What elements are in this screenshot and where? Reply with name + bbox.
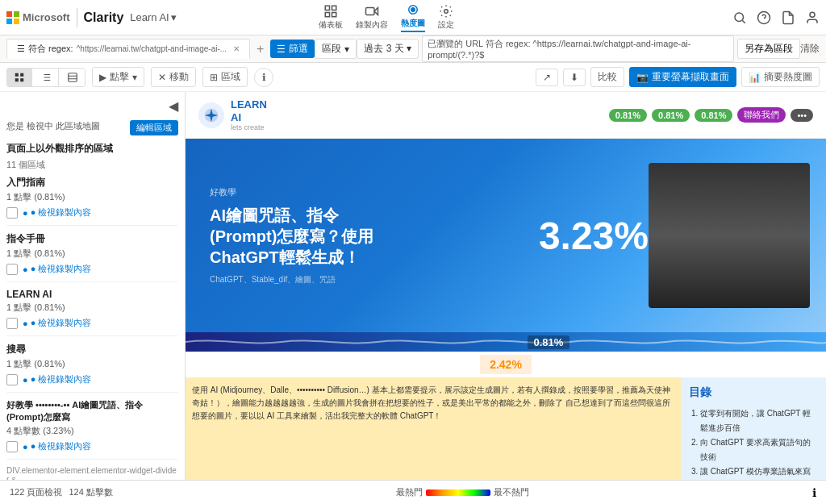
region-clicks-0: 1 點擊 (0.81%) — [6, 191, 178, 203]
tab-label: 符合 regex: — [28, 43, 73, 55]
logo-circle — [198, 102, 224, 128]
hero-section: 好教學 AI繪圖咒語、指令(Prompt)怎麼寫？使用ChatGPT輕鬆生成！ … — [186, 139, 826, 332]
video-icon-4: ● — [23, 442, 28, 452]
svg-rect-24 — [69, 73, 77, 81]
region-checkbox-2[interactable] — [6, 318, 18, 329]
wave-svg — [186, 334, 826, 350]
dashboard-icon — [323, 4, 338, 19]
contact-btn[interactable]: 聯絡我們 — [737, 107, 786, 123]
nav-recording[interactable]: 錄製內容 — [356, 4, 388, 31]
edit-region-btn[interactable]: 編輯區域 — [130, 120, 178, 135]
region-clicks-3: 1 點擊 (0.81%) — [6, 358, 178, 370]
filter-icon: ☰ — [277, 44, 286, 55]
toolbar-row: ▶ 點擊 ▾ ✕ 移動 ⊞ 區域 ℹ ↗ ⬇ 比較 📷 重要螢幕擷取畫面 📊 摘… — [0, 63, 826, 92]
learn-ai-logo: LEARN AI lets create — [198, 98, 267, 131]
compare-label: 比較 — [598, 70, 617, 84]
save-segment-btn[interactable]: 另存為區段 — [737, 39, 800, 59]
bottom-div-label: DIV.elementor-element.elementor-widget-d… — [6, 466, 178, 480]
score-badge-3: 0.81% — [695, 109, 732, 122]
clear-label: 清除 — [800, 43, 820, 54]
main-layout: ◀ 您是 檢視中 此區域地圖 編輯區域 頁面上以外觀排序的區域 11 個區域 入… — [0, 92, 826, 480]
svg-point-9 — [735, 13, 744, 22]
time-filter-btn[interactable]: 過去 3 天 ▾ — [357, 39, 419, 59]
url-filter-text: 已瀏覽的 URL 符合 regex: ^https://learnai.tw/c… — [428, 38, 728, 60]
share-btn[interactable]: ↗ — [536, 69, 558, 86]
area-label: 區域 — [221, 70, 240, 84]
clicks-chevron: ▾ — [132, 72, 137, 83]
region-view-btn-1[interactable]: ● ● 檢視錄製內容 — [23, 263, 91, 275]
hero-title: AI繪圖咒語、指令(Prompt)怎麼寫？使用ChatGPT輕鬆生成！ — [210, 205, 373, 268]
svg-rect-16 — [15, 78, 19, 81]
region-item-0: 入門指南 1 點擊 (0.81%) ● ● 檢視錄製內容 — [6, 176, 178, 226]
active-tab[interactable]: ☰ 符合 regex: ^https://learnai.tw/chatgpt-… — [6, 39, 250, 59]
region-checkbox-0[interactable] — [6, 207, 18, 219]
view-btn-2[interactable] — [34, 69, 59, 86]
page-views: 122 頁面檢視 — [10, 486, 62, 498]
region-actions-3: ● ● 檢視錄製內容 — [6, 373, 178, 385]
sidebar-header: ◀ — [6, 98, 178, 114]
svg-rect-0 — [325, 6, 329, 10]
region-view-btn-3[interactable]: ● ● 檢視錄製內容 — [23, 373, 91, 385]
recording-icon — [365, 4, 379, 19]
main-article: 使用 AI (Midjourney、Dalle、•••••••••• Diffu… — [186, 377, 681, 480]
view-btn-3[interactable] — [60, 69, 85, 86]
region-view-btn-0[interactable]: ● ● 檢視錄製內容 — [23, 206, 91, 219]
filter-btn[interactable]: ☰ 篩選 — [270, 40, 315, 58]
website-container: LEARN AI lets create 0.81% 0.81% 0.81% 聯… — [186, 92, 826, 480]
move-btn[interactable]: ✕ 移動 — [151, 67, 196, 87]
content-wave-section: 0.81% 2.42% 使用 AI (Midjourney、Dalle、••••… — [186, 332, 826, 480]
clear-btn[interactable]: 清除 — [800, 42, 820, 56]
svg-point-8 — [444, 10, 448, 14]
info-btn[interactable]: ℹ — [254, 68, 273, 87]
nav-heatmap[interactable]: 熱度圖 — [401, 2, 425, 32]
bottom-center: 最熱門 最不熱門 — [396, 486, 529, 498]
tab-add-btn[interactable]: + — [250, 42, 270, 56]
region-checkbox-3[interactable] — [6, 374, 18, 385]
download-btn[interactable]: ⬇ — [563, 69, 586, 86]
preview-header: LEARN AI lets create 0.81% 0.81% 0.81% 聯… — [186, 92, 826, 139]
summary-label: 摘要熱度圖 — [764, 70, 812, 84]
mid-percent: 2.42% — [490, 358, 522, 371]
user-search-btn[interactable] — [732, 10, 747, 25]
segment-label: 區段 — [322, 42, 341, 56]
article-text: 使用 AI (Midjourney、Dalle、•••••••••• Diffu… — [192, 385, 670, 420]
tab-close-btn[interactable]: ✕ — [233, 44, 240, 53]
article-sidebar: 目錄 從零到有開始，讓 ChatGPT 輕鬆進步百倍 向 ChatGPT 要求高… — [681, 377, 826, 480]
region-view-btn-2[interactable]: ● ● 檢視錄製內容 — [23, 317, 91, 329]
nav-dashboard[interactable]: 備表板 — [319, 4, 343, 31]
top-icons — [732, 10, 820, 25]
clicks-count: 124 點擊數 — [69, 486, 112, 498]
segment-btn[interactable]: 區段 ▾ — [315, 39, 357, 59]
hottest-label: 最熱門 — [396, 486, 423, 498]
bottom-right: ℹ — [812, 485, 816, 500]
share-icon: ↗ — [543, 72, 551, 83]
doc-btn[interactable] — [781, 10, 795, 25]
region-item-3: 搜尋 1 點擊 (0.81%) ● ● 檢視錄製內容 — [6, 343, 178, 393]
download-icon: ⬇ — [570, 72, 578, 83]
video-icon-0: ● — [23, 208, 28, 218]
clicks-label: 點擊 — [110, 70, 129, 84]
logo-icon — [203, 107, 219, 123]
view-btn-1[interactable] — [7, 69, 32, 86]
region-checkbox-1[interactable] — [6, 264, 18, 275]
hero-meta: ChatGPT、Stable_dif、繪圖、咒語 — [210, 274, 373, 285]
more-btn[interactable]: ••• — [791, 109, 813, 122]
top-bar: Microsoft Clarity Learn AI ▾ 備表板 錄製內容 熱度… — [0, 0, 826, 35]
score-badge-2: 0.81% — [652, 109, 690, 122]
account-btn[interactable] — [805, 10, 820, 25]
help-btn[interactable] — [757, 10, 771, 25]
nav-settings[interactable]: 設定 — [438, 4, 454, 31]
area-btn[interactable]: ⊞ 區域 — [202, 67, 248, 87]
nav-link-learnai[interactable]: Learn AI ▾ — [130, 11, 176, 23]
svg-line-10 — [742, 20, 745, 23]
collapse-btn[interactable]: ◀ — [169, 98, 178, 114]
compare-btn[interactable]: 比較 — [590, 67, 624, 87]
info-bottom-btn[interactable]: ℹ — [812, 486, 816, 499]
clicks-btn[interactable]: ▶ 點擊 ▾ — [92, 67, 144, 87]
summary-btn[interactable]: 📊 摘要熱度圖 — [741, 67, 820, 87]
region-checkbox-4[interactable] — [6, 441, 18, 452]
screenshot-btn[interactable]: 📷 重要螢幕擷取畫面 — [629, 67, 736, 87]
hero-percentage: 3.23% — [539, 214, 649, 258]
region-view-btn-4[interactable]: ● ● 檢視錄製內容 — [23, 440, 91, 452]
region-clicks-4: 4 點擊數 (3.23%) — [6, 425, 178, 437]
